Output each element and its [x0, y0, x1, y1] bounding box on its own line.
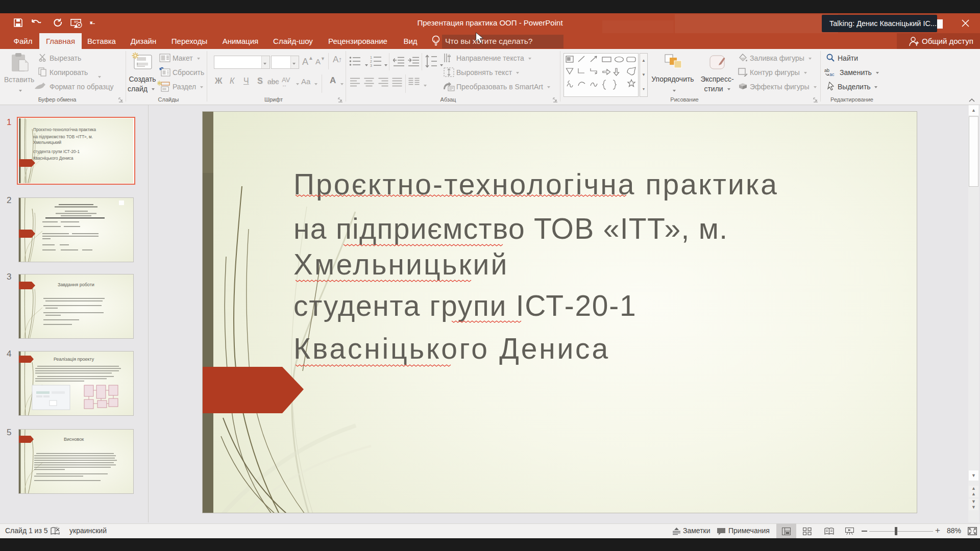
svg-text:3: 3 — [370, 64, 372, 67]
svg-text:1: 1 — [370, 56, 372, 59]
svg-text:Висновок: Висновок — [64, 437, 84, 442]
svg-text:ac: ac — [829, 72, 835, 77]
svg-text:ab: ab — [824, 68, 829, 73]
svg-text:студента групи ІСТ-20-1: студента групи ІСТ-20-1 — [33, 149, 80, 154]
svg-text:Проєктно-технологічна практика: Проєктно-технологічна практика — [33, 128, 96, 132]
svg-text:Квасніцького Дениса: Квасніцького Дениса — [33, 156, 74, 161]
svg-text:Реалізація проекту: Реалізація проекту — [54, 357, 94, 362]
svg-text:Завдання роботи: Завдання роботи — [58, 282, 94, 287]
svg-text:Хмельницький: Хмельницький — [33, 140, 61, 145]
svg-text:на підприємство ТОВ «ІТТ», м.: на підприємство ТОВ «ІТТ», м. — [33, 135, 93, 139]
svg-text:A: A — [448, 53, 451, 58]
svg-text:2: 2 — [370, 60, 372, 63]
